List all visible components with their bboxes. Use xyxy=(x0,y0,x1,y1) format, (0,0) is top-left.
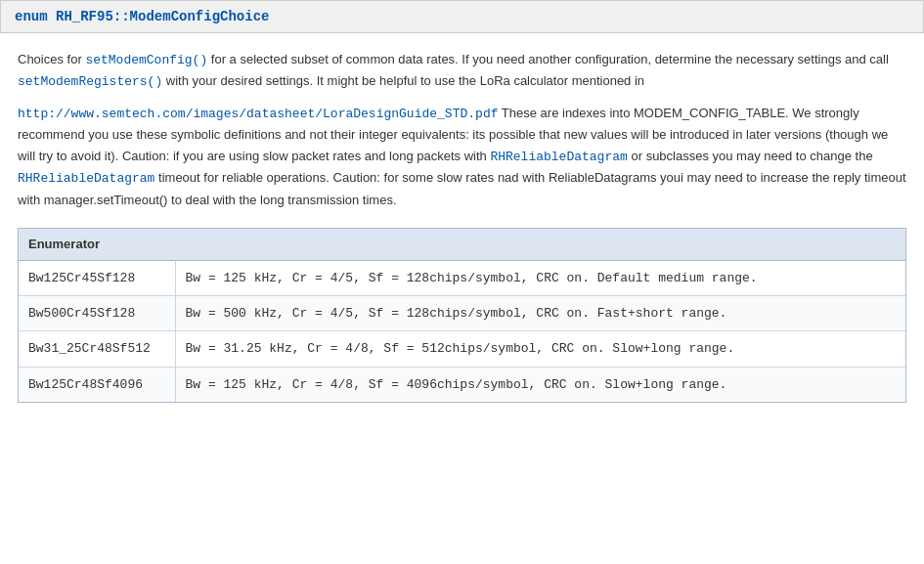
enum-name: Bw31_25Cr48Sf512 xyxy=(19,331,175,367)
rh-reliable-datagram-link-1[interactable]: RHReliableDatagram xyxy=(490,150,627,164)
table-header: Enumerator xyxy=(19,229,905,260)
table-row: Bw125Cr45Sf128Bw = 125 kHz, Cr = 4/5, Sf… xyxy=(19,261,905,296)
description-paragraph-link: http://www.semtech.com/images/datasheet/… xyxy=(18,103,906,210)
enum-table: Bw125Cr45Sf128Bw = 125 kHz, Cr = 4/5, Sf… xyxy=(19,261,905,403)
enum-name: Bw125Cr48Sf4096 xyxy=(19,367,175,402)
page-container: enum RH_RF95::ModemConfigChoice Choices … xyxy=(0,0,924,564)
setmodemconfig-code: setModemConfig() xyxy=(85,53,207,67)
table-row: Bw125Cr48Sf4096Bw = 125 kHz, Cr = 4/8, S… xyxy=(19,367,905,402)
enum-table-body: Bw125Cr45Sf128Bw = 125 kHz, Cr = 4/5, Sf… xyxy=(19,261,905,403)
enum-description: Bw = 125 kHz, Cr = 4/5, Sf = 128chips/sy… xyxy=(175,261,905,296)
title-bar: enum RH_RF95::ModemConfigChoice xyxy=(0,0,924,33)
enum-name: Bw125Cr45Sf128 xyxy=(19,261,175,296)
content-area: Choices for setModemConfig() for a selec… xyxy=(0,33,924,418)
enum-name: Bw500Cr45Sf128 xyxy=(19,295,175,330)
description-paragraph-1: Choices for setModemConfig() for a selec… xyxy=(18,49,906,93)
lora-pdf-link[interactable]: http://www.semtech.com/images/datasheet/… xyxy=(18,107,498,121)
rh-reliable-datagram-link-2[interactable]: RHReliableDatagram xyxy=(18,171,154,186)
table-row: Bw31_25Cr48Sf512Bw = 31.25 kHz, Cr = 4/8… xyxy=(19,331,905,367)
setmodemregisters-code: setModemRegisters() xyxy=(18,74,162,89)
enum-description: Bw = 125 kHz, Cr = 4/8, Sf = 4096chips/s… xyxy=(175,367,905,402)
enum-description: Bw = 31.25 kHz, Cr = 4/8, Sf = 512chips/… xyxy=(175,331,905,367)
enumerator-table-section: Enumerator Bw125Cr45Sf128Bw = 125 kHz, C… xyxy=(18,228,906,403)
page-title: enum RH_RF95::ModemConfigChoice xyxy=(15,9,269,24)
table-row: Bw500Cr45Sf128Bw = 500 kHz, Cr = 4/5, Sf… xyxy=(19,295,905,330)
enum-description: Bw = 500 kHz, Cr = 4/5, Sf = 128chips/sy… xyxy=(175,295,905,330)
